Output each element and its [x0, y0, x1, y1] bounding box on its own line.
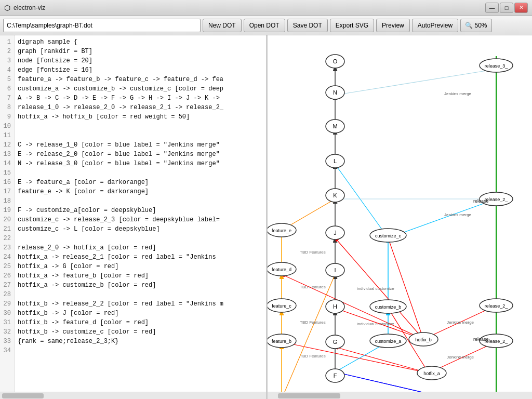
- line-numbers: 1234567891011121314151617181920212223242…: [0, 35, 15, 392]
- app-title: electron-viz: [14, 4, 485, 11]
- minimize-button[interactable]: —: [485, 3, 499, 13]
- scrollbar-thumb[interactable]: [2, 393, 44, 398]
- app-icon: ⬡: [4, 4, 10, 12]
- node-release-3: release_3_: [485, 63, 509, 69]
- node-I: I: [334, 267, 336, 273]
- export-svg-button[interactable]: Export SVG: [330, 19, 374, 32]
- node-feature-c: feature_c: [272, 303, 291, 309]
- label-jenkins-merge-1: Jenkins merge: [444, 91, 472, 96]
- node-feature-d: feature_d: [272, 267, 291, 272]
- graph-panel[interactable]: O N M L K J I H G F: [268, 35, 532, 399]
- label-jenkins-merge-2: Jenkins merge: [444, 212, 472, 217]
- graph-scrollbar-thumb[interactable]: [278, 393, 340, 398]
- label-tbd-3: TBD Features: [300, 320, 326, 325]
- new-dot-button[interactable]: New DOT: [203, 19, 242, 32]
- label-individual-2: individual customize: [357, 322, 394, 326]
- maximize-button[interactable]: □: [500, 3, 513, 13]
- node-customize-c: customize_c: [375, 233, 402, 238]
- label-release-top: release: [473, 198, 489, 204]
- node-G: G: [333, 339, 338, 345]
- label-individual-1: individual customize: [357, 286, 394, 291]
- node-H: H: [333, 303, 337, 310]
- filepath-input[interactable]: [3, 19, 201, 32]
- code-area[interactable]: digraph sample { graph [rankdir = BT] no…: [15, 35, 266, 392]
- node-F: F: [334, 373, 337, 379]
- graph-horizontal-scrollbar[interactable]: [268, 392, 532, 399]
- node-N: N: [333, 89, 337, 96]
- label-tbd-4: TBD Features: [300, 354, 326, 358]
- node-release-2-mid: release_2_: [485, 303, 509, 309]
- node-feature-e: feature_e: [272, 228, 291, 233]
- preview-button[interactable]: Preview: [376, 19, 410, 32]
- node-M: M: [332, 123, 337, 129]
- editor-panel: 1234567891011121314151617181920212223242…: [0, 35, 268, 399]
- toolbar: New DOT Open DOT Save DOT Export SVG Pre…: [0, 16, 532, 35]
- node-O: O: [333, 58, 338, 64]
- zoom-button[interactable]: 🔍 50%: [460, 19, 491, 32]
- node-K: K: [333, 192, 337, 198]
- node-J: J: [334, 230, 337, 236]
- graph-svg: O N M L K J I H G F: [268, 35, 532, 399]
- node-customize-b: customize_b: [375, 304, 402, 310]
- label-jenkins-merge-3: Jenkins merge: [447, 320, 474, 325]
- window-controls: — □ ✕: [485, 3, 528, 13]
- titlebar: ⬡ electron-viz — □ ✕: [0, 0, 532, 16]
- open-dot-button[interactable]: Open DOT: [244, 19, 285, 32]
- node-hotfix-b: hotfix_b: [415, 337, 432, 342]
- editor-horizontal-scrollbar[interactable]: [0, 392, 266, 399]
- auto-preview-button[interactable]: AutoPreview: [412, 19, 458, 32]
- label-tbd-1: TBD Features: [300, 250, 326, 255]
- node-hotfix-a: hotfix_a: [423, 371, 440, 376]
- node-L: L: [334, 158, 337, 164]
- save-dot-button[interactable]: Save DOT: [287, 19, 328, 32]
- node-customize-a: customize_a: [375, 339, 402, 344]
- label-tbd-2: TBD Features: [300, 285, 326, 289]
- node-feature-b: feature_b: [272, 339, 291, 344]
- close-button[interactable]: ✕: [514, 3, 528, 13]
- editor-content[interactable]: 1234567891011121314151617181920212223242…: [0, 35, 266, 392]
- main-area: 1234567891011121314151617181920212223242…: [0, 35, 532, 399]
- label-jenkins-merge-4: Jenkins merge: [447, 355, 474, 360]
- label-release-bot: release: [473, 337, 489, 342]
